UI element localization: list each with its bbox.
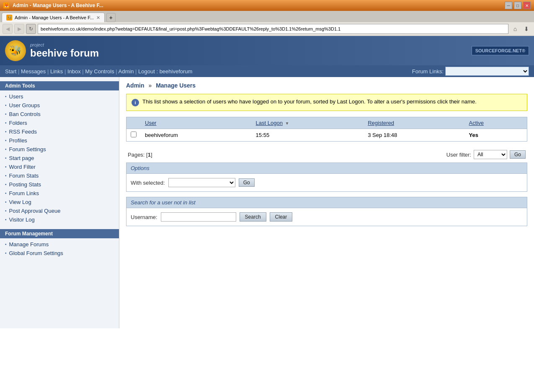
sidebar-item-user-groups[interactable]: • User Groups	[0, 101, 119, 110]
user-filter-section: User filter: All A-Z 0-9 Go	[446, 150, 526, 159]
address-bar[interactable]	[38, 24, 508, 34]
sidebar-link-manage-forums[interactable]: Manage Forums	[9, 241, 49, 248]
restore-button[interactable]: □	[514, 2, 521, 9]
col-checkbox	[126, 117, 141, 129]
browser-title: Admin - Manage Users - A Beehive F...	[13, 3, 103, 8]
tab-close-icon[interactable]: ✕	[96, 15, 100, 21]
sidebar-link-post-approval[interactable]: Post Approval Queue	[9, 208, 61, 214]
sidebar-item-post-approval[interactable]: • Post Approval Queue	[0, 206, 119, 215]
username-link[interactable]: beehiveforum	[145, 132, 178, 138]
breadcrumb-current: Manage Users	[156, 82, 196, 89]
sidebar-link-rss-feeds[interactable]: RSS Feeds	[9, 129, 37, 135]
active-value: Yes	[469, 132, 478, 138]
row-registered-cell: 3 Sep 18:48	[364, 129, 464, 142]
sidebar-item-profiles[interactable]: • Profiles	[0, 136, 119, 145]
row-checkbox[interactable]	[131, 132, 137, 137]
close-button[interactable]: ✕	[523, 2, 531, 9]
sidebar-item-forum-links[interactable]: • Forum Links	[0, 189, 119, 198]
sidebar-link-forum-settings[interactable]: Forum Settings	[9, 146, 46, 152]
sidebar-link-posting-stats[interactable]: Posting Stats	[9, 181, 41, 188]
sidebar-item-users[interactable]: • Users	[0, 92, 119, 101]
breadcrumb-admin[interactable]: Admin	[126, 82, 144, 89]
sidebar-item-forum-stats[interactable]: • Forum Stats	[0, 171, 119, 180]
sidebar-link-start-page[interactable]: Start page	[9, 155, 34, 161]
sidebar-item-rss-feeds[interactable]: • RSS Feeds	[0, 127, 119, 136]
clear-button[interactable]: Clear	[270, 212, 293, 222]
sidebar-item-forum-settings[interactable]: • Forum Settings	[0, 145, 119, 154]
nav-my-controls[interactable]: My Controls	[85, 68, 114, 75]
page-wrapper: 🐝 project beehive forum SOURCEFORGE.NET®…	[0, 36, 534, 328]
sidebar-link-global-forum-settings[interactable]: Global Forum Settings	[9, 250, 63, 256]
info-icon: i	[132, 99, 139, 106]
pages-label: Pages:	[128, 152, 144, 158]
minimize-button[interactable]: ─	[505, 2, 512, 9]
user-sort-link[interactable]: User	[145, 120, 156, 126]
search-body: Username: Search Clear	[126, 208, 527, 226]
sidebar-item-visitor-log[interactable]: • Visitor Log	[0, 215, 119, 224]
sidebar-item-folders[interactable]: • Folders	[0, 119, 119, 127]
sidebar-link-users[interactable]: Users	[9, 93, 23, 100]
search-button[interactable]: Search	[240, 212, 266, 222]
sidebar-link-profiles[interactable]: Profiles	[9, 137, 27, 144]
sidebar-link-forum-stats[interactable]: Forum Stats	[9, 173, 39, 179]
nav-logout[interactable]: Logout : beehiveforum	[138, 68, 192, 75]
browser-window: 🦊 Admin - Manage Users - A Beehive F... …	[0, 0, 534, 36]
nav-admin[interactable]: Admin	[119, 68, 134, 75]
sidebar-item-manage-forums[interactable]: • Manage Forums	[0, 240, 119, 249]
sidebar-link-folders[interactable]: Folders	[9, 120, 27, 126]
sidebar-item-word-filter[interactable]: • Word Filter	[0, 162, 119, 171]
options-body: With selected: Go	[126, 174, 527, 191]
site-logo: 🐝 project beehive forum	[5, 40, 99, 61]
sidebar-link-visitor-log[interactable]: Visitor Log	[9, 217, 35, 223]
nav-start[interactable]: Start	[5, 68, 16, 75]
row-username-cell: beehiveforum	[141, 129, 252, 142]
nav-messages[interactable]: Messages	[21, 68, 46, 75]
sidebar-item-start-page[interactable]: • Start page	[0, 154, 119, 162]
active-sort-link[interactable]: Active	[469, 120, 484, 126]
nav-links-item[interactable]: Links	[50, 68, 63, 75]
new-tab-button[interactable]: +	[106, 13, 116, 22]
table-row: beehiveforum 15:55 3 Sep 18:48 Yes	[126, 129, 527, 142]
sidebar-item-view-log[interactable]: • View Log	[0, 198, 119, 206]
sidebar-link-word-filter[interactable]: Word Filter	[9, 164, 36, 170]
sidebar-link-view-log[interactable]: View Log	[9, 199, 31, 205]
registered-sort-link[interactable]: Registered	[368, 120, 394, 126]
users-table: User Last Logon ▼ Registered Active	[126, 117, 527, 141]
browser-tabbar: 🐝 Admin - Manage Users - A Beehive F... …	[0, 11, 534, 22]
with-selected-select[interactable]	[168, 178, 235, 187]
last-logon-sort-link[interactable]: Last Logon	[256, 120, 283, 126]
search-section: Search for a user not in list Username: …	[126, 197, 527, 226]
options-go-button[interactable]: Go	[239, 178, 255, 187]
sidebar-link-forum-links[interactable]: Forum Links	[9, 190, 39, 196]
sidebar-item-global-forum-settings[interactable]: • Global Forum Settings	[0, 249, 119, 258]
sidebar-link-user-groups[interactable]: User Groups	[9, 102, 40, 108]
pagination-go-button[interactable]: Go	[510, 150, 526, 159]
main-layout: Admin Tools • Users • User Groups • Ban …	[0, 77, 534, 328]
user-filter-select[interactable]: All A-Z 0-9	[474, 150, 507, 159]
download-button[interactable]: ⬇	[521, 24, 531, 34]
bullet-icon: •	[5, 173, 7, 178]
sidebar-item-posting-stats[interactable]: • Posting Stats	[0, 180, 119, 189]
forum-links-label: Forum Links:	[412, 68, 444, 75]
forum-links-select[interactable]	[445, 67, 529, 76]
nav-inbox[interactable]: Inbox	[67, 68, 81, 75]
back-button[interactable]: ◀	[3, 24, 13, 34]
refresh-button[interactable]: ↻	[26, 24, 36, 34]
forum-name: beehive forum	[30, 47, 99, 59]
sidebar-item-ban-controls[interactable]: • Ban Controls	[0, 110, 119, 119]
sidebar: Admin Tools • Users • User Groups • Ban …	[0, 77, 119, 328]
site-header: 🐝 project beehive forum SOURCEFORGE.NET®	[0, 36, 534, 65]
table-header-row: User Last Logon ▼ Registered Active	[126, 117, 527, 129]
bullet-icon: •	[5, 165, 7, 169]
row-last-logon-cell: 15:55	[252, 129, 364, 142]
active-tab[interactable]: 🐝 Admin - Manage Users - A Beehive F... …	[2, 13, 105, 22]
current-page: 1	[148, 152, 151, 158]
admin-tools-title: Admin Tools	[0, 81, 119, 90]
sidebar-link-ban-controls[interactable]: Ban Controls	[9, 111, 41, 117]
username-search-input[interactable]	[161, 212, 236, 222]
bullet-icon: •	[5, 138, 7, 143]
sourceforge-badge: SOURCEFORGE.NET®	[472, 46, 529, 55]
home-button[interactable]: ⌂	[510, 24, 520, 34]
forward-button[interactable]: ▶	[14, 24, 24, 34]
row-checkbox-cell	[126, 129, 141, 142]
